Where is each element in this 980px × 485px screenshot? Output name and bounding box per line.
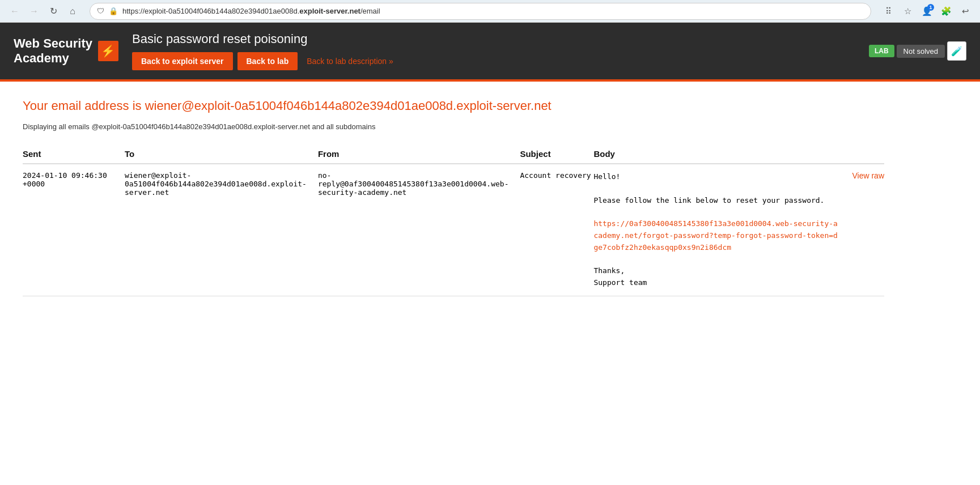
cell-to: wiener@exploit-0a51004f046b144a802e394d0… xyxy=(125,164,318,296)
header-to: To xyxy=(125,144,318,164)
back-to-lab-desc-link[interactable]: Back to lab description » xyxy=(307,57,393,66)
url-start: https://exploit-0a51004f046b144a802e394d… xyxy=(122,7,299,15)
url-bold: exploit-server.net xyxy=(299,7,360,15)
reload-button[interactable]: ↻ xyxy=(45,3,61,19)
lock-icon: 🔒 xyxy=(109,7,118,15)
header-body: Body xyxy=(593,144,884,164)
back-to-exploit-server-button[interactable]: Back to exploit server xyxy=(132,52,233,70)
browser-chrome: ← → ↻ ⌂ 🛡 🔒 https://exploit-0a51004f046b… xyxy=(0,0,980,23)
url-display: https://exploit-0a51004f046b144a802e394d… xyxy=(122,7,864,15)
header-from: From xyxy=(318,144,520,164)
address-bar[interactable]: 🛡 🔒 https://exploit-0a51004f046b144a802e… xyxy=(90,3,871,20)
lab-title: Basic password reset poisoning xyxy=(132,32,855,46)
back-arrow-button[interactable]: ↩ xyxy=(957,3,973,19)
site-header: Web Security Academy ⚡ Basic password re… xyxy=(0,23,980,79)
shield-icon: 🛡 xyxy=(97,7,104,15)
logo-text: Web Security Academy xyxy=(14,36,92,66)
displaying-info: Displaying all emails @exploit-0a51004f0… xyxy=(23,122,884,131)
email-table: Sent To From Subject Body 2024-01-10 09:… xyxy=(23,144,884,296)
home-button[interactable]: ⌂ xyxy=(65,3,80,19)
lab-badge: LAB xyxy=(869,45,894,57)
header-buttons: Back to exploit server Back to lab Back … xyxy=(132,52,855,70)
qr-button[interactable]: ⠿ xyxy=(880,3,896,19)
cell-body: Hello! Please follow the link below to r… xyxy=(593,164,884,296)
header-main: Basic password reset poisoning Back to e… xyxy=(132,32,855,70)
body-text: Please follow the link below to reset yo… xyxy=(593,195,838,207)
forward-button[interactable]: → xyxy=(26,3,42,19)
table-header-row: Sent To From Subject Body xyxy=(23,144,884,164)
body-team: Support team xyxy=(593,277,838,289)
flask-button[interactable]: 🧪 xyxy=(947,41,966,61)
notification-badge[interactable]: 👤 1 xyxy=(919,3,935,19)
back-button[interactable]: ← xyxy=(7,3,23,19)
body-hello: Hello! xyxy=(593,171,838,183)
body-link[interactable]: https://0af300400485145380f13a3e001d0004… xyxy=(593,219,837,252)
not-solved-badge: Not solved xyxy=(897,45,945,58)
logo-area: Web Security Academy ⚡ xyxy=(14,36,118,66)
table-row: 2024-01-10 09:46:30 +0000 wiener@exploit… xyxy=(23,164,884,296)
view-raw-link[interactable]: View raw xyxy=(843,171,884,180)
url-end: /email xyxy=(360,7,380,15)
cell-from: no-reply@0af300400485145380f13a3e001d000… xyxy=(318,164,520,296)
cell-subject: Account recovery xyxy=(520,164,593,296)
body-content: Hello! Please follow the link below to r… xyxy=(593,171,838,289)
bookmark-button[interactable]: ☆ xyxy=(900,3,915,19)
cell-sent: 2024-01-10 09:46:30 +0000 xyxy=(23,164,125,296)
header-sent: Sent xyxy=(23,144,125,164)
email-address-heading: Your email address is wiener@exploit-0a5… xyxy=(23,99,884,113)
main-content: Your email address is wiener@exploit-0a5… xyxy=(0,82,907,313)
browser-actions: ⠿ ☆ 👤 1 🧩 ↩ xyxy=(880,3,973,19)
extensions-button[interactable]: 🧩 xyxy=(938,3,954,19)
nav-buttons: ← → ↻ ⌂ xyxy=(7,3,80,19)
notification-count: 1 xyxy=(927,4,934,11)
lab-badge-area: LAB Not solved 🧪 xyxy=(869,41,966,61)
body-row-container: Hello! Please follow the link below to r… xyxy=(593,171,884,289)
logo-icon: ⚡ xyxy=(98,41,118,61)
body-thanks: Thanks, xyxy=(593,265,838,277)
header-subject: Subject xyxy=(520,144,593,164)
back-to-lab-button[interactable]: Back to lab xyxy=(237,52,298,70)
